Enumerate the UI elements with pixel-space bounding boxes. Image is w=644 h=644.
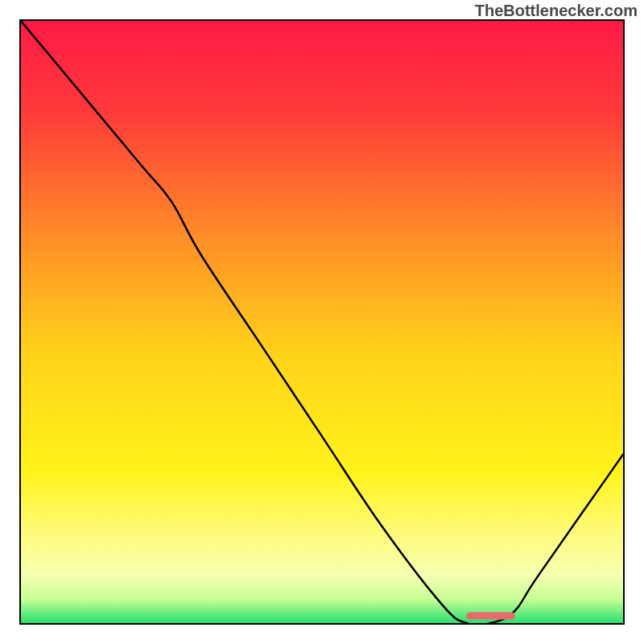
valley-marker [467, 613, 515, 620]
attribution-label: TheBottlenecker.com [475, 2, 638, 20]
bottleneck-chart [21, 21, 623, 623]
chart-frame [19, 19, 625, 625]
gradient-background [21, 21, 623, 623]
